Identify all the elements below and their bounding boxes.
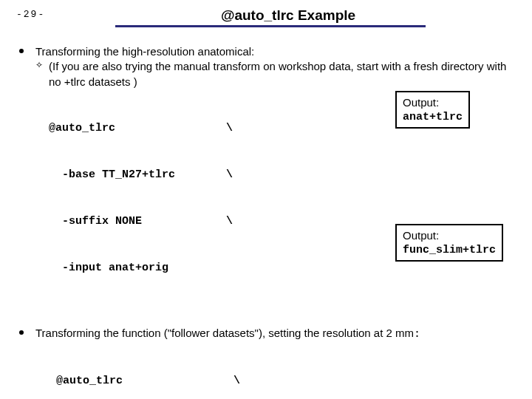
bullet-2-text: Transforming the function ("follower dat… [35,326,517,342]
page-title: @auto_tlrc Example [170,7,406,25]
code-line: -input anat+orig [49,260,226,276]
title-underline [115,25,426,27]
code-line: @auto_tlrc [56,373,233,389]
bullet-dot-icon [19,330,24,335]
output-value: anat+tlrc [403,110,463,125]
code-line: -suffix NONE [49,214,226,229]
code-cont: \ [226,167,233,183]
diamond-icon: ✧ [35,59,43,71]
code-cont: \ [233,373,240,389]
bullet-2: Transforming the function ("follower dat… [19,326,517,399]
output-label: Output: [403,95,463,110]
output-box-1: Output: anat+tlrc [395,91,470,129]
output-label: Output: [403,228,496,243]
code-line: -base TT_N27+tlrc [49,167,226,183]
bullet-2-colon: : [414,328,420,341]
code-cont: \ [226,214,233,229]
page-number: -29- [16,9,45,20]
bullet-1: Transforming the high-resolution anatomi… [19,44,517,307]
bullet-dot-icon [19,49,24,53]
output-value: func_slim+tlrc [403,243,496,258]
code-line: @auto_tlrc [49,120,226,136]
bullet-1-note-text: (If you are also trying the manual trans… [49,60,506,87]
bullet-2-code: @auto_tlrc\ -apar anat+tlrc\ -input func… [35,342,517,399]
output-box-2: Output: func_slim+tlrc [395,224,503,262]
code-cont: \ [226,120,233,136]
bullet-1-text: Transforming the high-resolution anatomi… [35,44,517,59]
bullet-1-note: ✧ (If you are also trying the manual tra… [35,59,517,89]
bullet-2-text-a: Transforming the function ("follower dat… [35,327,414,339]
